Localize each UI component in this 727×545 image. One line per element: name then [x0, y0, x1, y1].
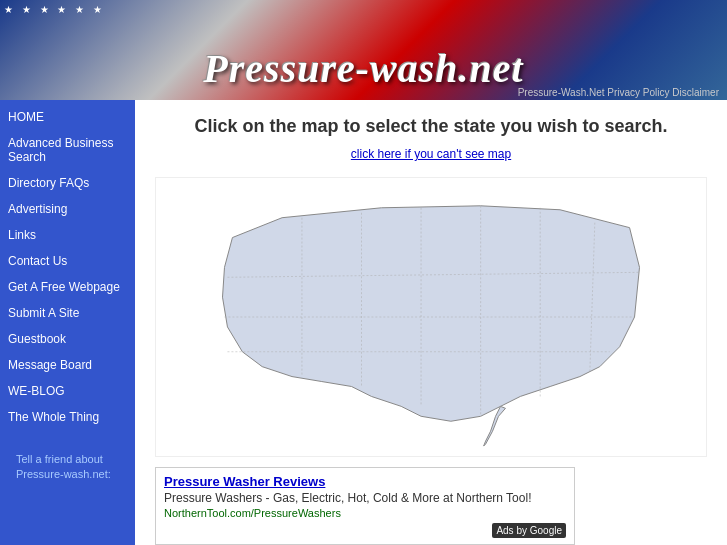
- us-map[interactable]: [155, 177, 707, 457]
- sidebar-item-we-blog[interactable]: WE-BLOG: [0, 378, 135, 404]
- ad-description: Pressure Washers - Gas, Electric, Hot, C…: [164, 491, 566, 505]
- sidebar-item-directory-faqs[interactable]: Directory FAQs: [0, 170, 135, 196]
- main-heading: Click on the map to select the state you…: [155, 116, 707, 137]
- ad-url[interactable]: NorthernTool.com/PressureWashers: [164, 507, 566, 519]
- sidebar-item-message-board[interactable]: Message Board: [0, 352, 135, 378]
- sidebar-item-guestbook[interactable]: Guestbook: [0, 326, 135, 352]
- sidebar-item-links[interactable]: Links: [0, 222, 135, 248]
- sidebar-item-free-webpage[interactable]: Get A Free Webpage: [0, 274, 135, 300]
- main-content: Click on the map to select the state you…: [135, 100, 727, 545]
- sidebar: HOME Advanced Business Search Directory …: [0, 100, 135, 545]
- sidebar-footer-label: Tell a friend about Pressure-wash.net:: [8, 444, 127, 485]
- site-logo: Pressure-wash.net: [203, 45, 523, 92]
- ads-by-google: Ads by Google: [164, 523, 566, 538]
- sidebar-item-contact-us[interactable]: Contact Us: [0, 248, 135, 274]
- sidebar-item-the-whole-thing[interactable]: The Whole Thing: [0, 404, 135, 430]
- sidebar-item-home[interactable]: HOME: [0, 104, 135, 130]
- main-layout: HOME Advanced Business Search Directory …: [0, 100, 727, 545]
- ads-by-google-label: Ads by Google: [492, 523, 566, 538]
- sidebar-item-advanced-search[interactable]: Advanced Business Search: [0, 130, 135, 170]
- sidebar-item-advertising[interactable]: Advertising: [0, 196, 135, 222]
- map-link[interactable]: click here if you can't see map: [155, 147, 707, 161]
- policy-text[interactable]: Pressure-Wash.Net Privacy Policy Disclai…: [518, 87, 719, 98]
- advertisement: Pressure Washer Reviews Pressure Washers…: [155, 467, 575, 545]
- sidebar-item-submit-site[interactable]: Submit A Site: [0, 300, 135, 326]
- ad-title[interactable]: Pressure Washer Reviews: [164, 474, 566, 489]
- header: Pressure-wash.net Pressure-Wash.Net Priv…: [0, 0, 727, 100]
